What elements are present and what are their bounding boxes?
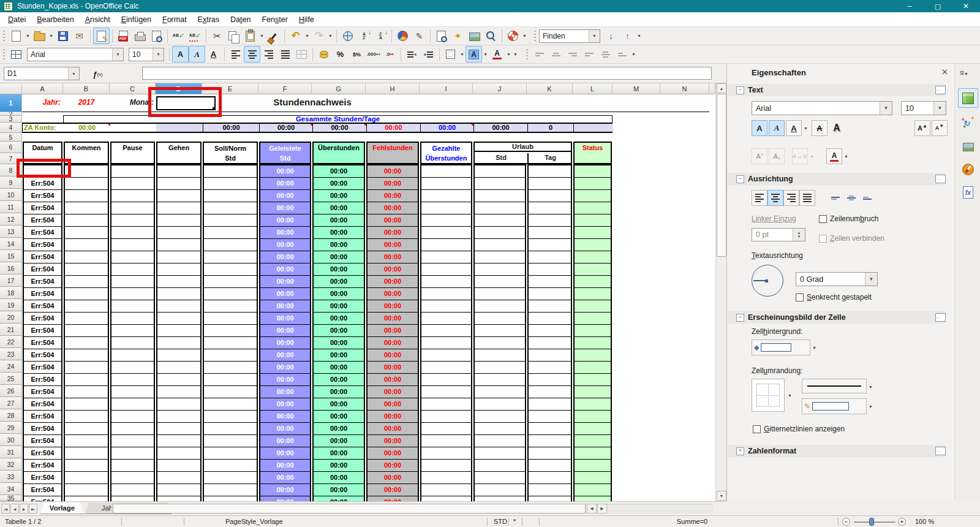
spacing-dropdown-icon[interactable]: ▼ xyxy=(808,148,816,164)
select-all-corner[interactable] xyxy=(0,83,22,94)
cell-E16[interactable] xyxy=(204,264,257,276)
auto-spellcheck-button[interactable]: AB✓ xyxy=(187,28,203,44)
cell-K17[interactable] xyxy=(529,276,571,288)
cell-D8[interactable] xyxy=(157,165,200,178)
name-box[interactable]: D1 ▼ xyxy=(4,67,80,80)
close-button[interactable]: ✕ xyxy=(952,0,980,12)
cell-B4[interactable]: 00:00 xyxy=(64,124,110,132)
table-header-L[interactable]: Status xyxy=(573,142,612,164)
scroll-right-icon[interactable]: ▶ xyxy=(597,504,607,514)
cell-I13[interactable] xyxy=(421,227,471,239)
open-folder-dropdown-icon[interactable]: ▼ xyxy=(48,28,55,44)
section-number-format-header[interactable]: + Zahlenformat xyxy=(728,445,946,457)
delete-decimal-button[interactable]: .0↦ xyxy=(382,46,398,63)
cell-D27[interactable] xyxy=(157,398,200,411)
shadow-button[interactable]: A xyxy=(829,120,845,136)
sidebar-font-name-combo[interactable]: Arial ▼ xyxy=(752,101,892,115)
cell-D35[interactable] xyxy=(157,496,200,501)
cell-F22[interactable]: 00:00 xyxy=(260,337,310,349)
cell-A27[interactable]: Err:504 xyxy=(24,398,61,411)
zoom-button[interactable] xyxy=(483,28,499,44)
sum-display[interactable]: Summe=0 xyxy=(570,516,815,527)
cell-G14[interactable]: 00:00 xyxy=(314,239,364,251)
cell-A15[interactable]: Err:504 xyxy=(24,251,61,264)
cell-B14[interactable] xyxy=(65,239,108,251)
cell-A32[interactable]: Err:504 xyxy=(24,460,61,472)
cell-K29[interactable] xyxy=(529,423,571,435)
cell-A22[interactable]: Err:504 xyxy=(24,337,61,349)
cell-E15[interactable] xyxy=(204,251,257,264)
add-decimal-button[interactable]: .000↤ xyxy=(365,46,382,63)
cell-G24[interactable]: 00:00 xyxy=(314,362,364,374)
cell-C9[interactable] xyxy=(111,178,154,190)
cell-J31[interactable] xyxy=(475,447,525,460)
align-justify-button[interactable] xyxy=(277,46,293,63)
cell-L13[interactable] xyxy=(575,227,611,239)
cell-L24[interactable] xyxy=(575,362,611,374)
toolbar-overflow-icon[interactable]: ▼ xyxy=(521,28,528,44)
cell-H28[interactable]: 00:00 xyxy=(368,411,418,423)
row-header-11[interactable]: 11 xyxy=(0,201,22,213)
font-name-combo[interactable]: Arial▼ xyxy=(27,48,124,61)
cell-C25[interactable] xyxy=(111,374,154,386)
cell-E11[interactable] xyxy=(204,202,257,214)
cell-I31[interactable] xyxy=(421,447,471,460)
cell-H18[interactable]: 00:00 xyxy=(368,288,418,300)
align-center-button[interactable] xyxy=(767,190,783,206)
cell-K11[interactable] xyxy=(529,202,571,214)
cell-H33[interactable]: 00:00 xyxy=(368,472,418,484)
next-sheet-icon[interactable]: ▶ xyxy=(20,504,28,514)
subscript-button[interactable]: Ax xyxy=(769,148,785,164)
toolbar-overflow-icon[interactable]: ▼ xyxy=(512,47,519,62)
cell-F27[interactable]: 00:00 xyxy=(260,398,310,411)
cell-A13[interactable]: Err:504 xyxy=(24,227,61,239)
cell-A33[interactable]: Err:504 xyxy=(24,472,61,484)
sidebar-tab-navigator[interactable] xyxy=(958,159,978,179)
strikethrough-button[interactable]: A xyxy=(812,120,827,136)
cell-F18[interactable]: 00:00 xyxy=(260,288,310,300)
cell-C22[interactable] xyxy=(111,337,154,349)
row-header-13[interactable]: 13 xyxy=(0,226,22,238)
cell-D25[interactable] xyxy=(157,374,200,386)
row-header-26[interactable]: 26 xyxy=(0,385,22,397)
toolbar-grip[interactable] xyxy=(533,29,537,43)
cell-C19[interactable] xyxy=(111,300,154,313)
cell-G16[interactable]: 00:00 xyxy=(314,264,364,276)
font-color-dropdown-icon[interactable]: ▼ xyxy=(505,47,512,62)
align-center-button[interactable] xyxy=(244,46,260,63)
cell-J23[interactable] xyxy=(475,349,525,362)
wrap-text-checkbox[interactable] xyxy=(819,215,827,223)
cell-K30[interactable] xyxy=(529,435,571,447)
underline-button[interactable]: A xyxy=(205,46,222,63)
cell-B35[interactable] xyxy=(65,496,108,501)
chart-button[interactable] xyxy=(394,28,411,44)
cell-C35[interactable] xyxy=(111,496,154,501)
cell-E32[interactable] xyxy=(204,460,257,472)
section-alignment-header[interactable]: − Ausrichtung xyxy=(728,173,946,185)
cell-G29[interactable]: 00:00 xyxy=(314,423,364,435)
scroll-left-icon[interactable]: ◀ xyxy=(587,504,597,514)
cell-K26[interactable] xyxy=(529,386,571,398)
border-line-color-button[interactable]: ✎ xyxy=(802,398,867,414)
cell-A17[interactable]: Err:504 xyxy=(24,276,61,288)
orientation-dial[interactable] xyxy=(752,265,783,297)
cell-G34[interactable]: 00:00 xyxy=(314,484,364,496)
table-button[interactable] xyxy=(8,46,24,63)
cell-H8[interactable]: 00:00 xyxy=(368,165,418,178)
cell-K19[interactable] xyxy=(529,300,571,313)
cell-H24[interactable]: 00:00 xyxy=(368,362,418,374)
cell-E12[interactable] xyxy=(204,214,257,227)
cell-L26[interactable] xyxy=(575,386,611,398)
cell-I20[interactable] xyxy=(421,313,471,325)
row-header-32[interactable]: 32 xyxy=(0,458,22,471)
cell-B26[interactable] xyxy=(65,386,108,398)
cell-C29[interactable] xyxy=(111,423,154,435)
cell-A19[interactable]: Err:504 xyxy=(24,300,61,313)
cell-F29[interactable]: 00:00 xyxy=(260,423,310,435)
cell-K22[interactable] xyxy=(529,337,571,349)
cell-F30[interactable]: 00:00 xyxy=(260,435,310,447)
cell-D24[interactable] xyxy=(157,362,200,374)
gallery-button[interactable] xyxy=(466,28,483,44)
align-top-button[interactable] xyxy=(581,46,597,63)
cell-H21[interactable]: 00:00 xyxy=(368,325,418,337)
